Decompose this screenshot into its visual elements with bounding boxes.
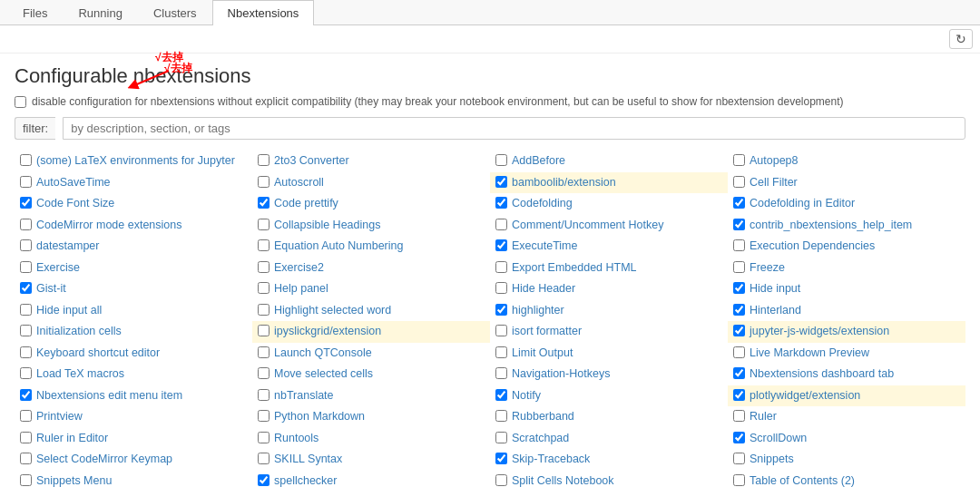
ext-checkbox[interactable] xyxy=(20,282,32,294)
list-item[interactable]: ipyslickgrid/extension xyxy=(252,321,490,343)
list-item[interactable]: Hide input all xyxy=(15,300,252,322)
ext-checkbox[interactable] xyxy=(733,282,745,294)
ext-checkbox[interactable] xyxy=(258,367,270,379)
list-item[interactable]: Live Markdown Preview xyxy=(728,343,965,365)
list-item[interactable]: Move selected cells xyxy=(252,364,490,385)
ext-checkbox[interactable] xyxy=(495,176,507,188)
list-item[interactable]: Freeze xyxy=(728,258,965,279)
ext-checkbox[interactable] xyxy=(495,325,507,336)
list-item[interactable]: Ruler in Editor xyxy=(15,428,252,450)
list-item[interactable]: Launch QTConsole xyxy=(252,343,490,365)
ext-checkbox[interactable] xyxy=(258,261,270,273)
ext-checkbox[interactable] xyxy=(733,432,745,443)
list-item[interactable]: Hinterland xyxy=(728,300,965,322)
ext-checkbox[interactable] xyxy=(258,282,270,294)
list-item[interactable]: Navigation-Hotkeys xyxy=(490,364,728,385)
ext-checkbox[interactable] xyxy=(258,239,270,251)
ext-checkbox[interactable] xyxy=(20,389,32,401)
list-item[interactable]: Code prettify xyxy=(252,193,490,215)
ext-checkbox[interactable] xyxy=(258,346,270,358)
ext-checkbox[interactable] xyxy=(733,197,745,209)
list-item[interactable]: Ruler xyxy=(728,406,965,428)
list-item[interactable]: Collapsible Headings xyxy=(252,215,490,237)
list-item[interactable]: Execution Dependencies xyxy=(728,236,965,258)
ext-checkbox[interactable] xyxy=(733,261,745,273)
ext-checkbox[interactable] xyxy=(495,410,507,422)
ext-checkbox[interactable] xyxy=(733,325,745,336)
ext-checkbox[interactable] xyxy=(20,453,32,464)
list-item[interactable]: Rubberband xyxy=(490,406,728,428)
tab-clusters[interactable]: Clusters xyxy=(138,0,212,25)
ext-checkbox[interactable] xyxy=(20,432,32,443)
list-item[interactable]: Codefolding in Editor xyxy=(728,193,965,215)
list-item[interactable]: Code Font Size xyxy=(15,193,252,215)
list-item[interactable]: Notify xyxy=(490,385,728,407)
list-item[interactable]: 2to3 Converter xyxy=(252,151,490,172)
ext-checkbox[interactable] xyxy=(495,304,507,316)
ext-checkbox[interactable] xyxy=(495,239,507,251)
ext-checkbox[interactable] xyxy=(20,346,32,358)
filter-input[interactable] xyxy=(63,117,965,140)
ext-checkbox[interactable] xyxy=(258,325,270,336)
list-item[interactable]: Nbextensions dashboard tab xyxy=(728,364,965,385)
list-item[interactable]: Nbextensions edit menu item xyxy=(15,385,252,407)
ext-checkbox[interactable] xyxy=(733,239,745,251)
list-item[interactable]: Load TeX macros xyxy=(15,364,252,385)
list-item[interactable]: jupyter-js-widgets/extension xyxy=(728,321,965,343)
list-item[interactable]: Select CodeMirror Keymap xyxy=(15,449,252,471)
tab-nbextensions[interactable]: Nbextensions xyxy=(212,0,315,25)
list-item[interactable]: ExecuteTime xyxy=(490,236,728,258)
tab-files[interactable]: Files xyxy=(7,0,63,25)
list-item[interactable]: Highlight selected word xyxy=(252,300,490,322)
ext-checkbox[interactable] xyxy=(495,453,507,464)
list-item[interactable]: AddBefore xyxy=(490,151,728,172)
ext-checkbox[interactable] xyxy=(20,176,32,188)
list-item[interactable]: spellchecker xyxy=(252,471,490,488)
list-item[interactable]: Cell Filter xyxy=(728,172,965,194)
list-item[interactable]: Codefolding xyxy=(490,193,728,215)
ext-checkbox[interactable] xyxy=(733,219,745,230)
list-item[interactable]: Hide input xyxy=(728,278,965,300)
ext-checkbox[interactable] xyxy=(495,261,507,273)
list-item[interactable]: contrib_nbextensions_help_item xyxy=(728,215,965,237)
list-item[interactable]: Autoscroll xyxy=(252,172,490,194)
ext-checkbox[interactable] xyxy=(495,432,507,443)
ext-checkbox[interactable] xyxy=(495,346,507,358)
list-item[interactable]: highlighter xyxy=(490,300,728,322)
ext-checkbox[interactable] xyxy=(20,261,32,273)
ext-checkbox[interactable] xyxy=(733,367,745,379)
ext-checkbox[interactable] xyxy=(733,176,745,188)
list-item[interactable]: Snippets Menu xyxy=(15,471,252,488)
list-item[interactable]: Runtools xyxy=(252,428,490,450)
ext-checkbox[interactable] xyxy=(733,154,745,166)
compat-checkbox[interactable] xyxy=(15,96,26,108)
list-item[interactable]: Comment/Uncomment Hotkey xyxy=(490,215,728,237)
list-item[interactable]: Export Embedded HTML xyxy=(490,258,728,279)
list-item[interactable]: Initialization cells xyxy=(15,321,252,343)
list-item[interactable]: isort formatter xyxy=(490,321,728,343)
list-item[interactable]: (some) LaTeX environments for Jupyter xyxy=(15,151,252,172)
ext-checkbox[interactable] xyxy=(733,304,745,316)
ext-checkbox[interactable] xyxy=(495,219,507,230)
ext-checkbox[interactable] xyxy=(258,474,270,486)
list-item[interactable]: nbTranslate xyxy=(252,385,490,407)
ext-checkbox[interactable] xyxy=(20,367,32,379)
list-item[interactable]: CodeMirror mode extensions xyxy=(15,215,252,237)
list-item[interactable]: bamboolib/extension xyxy=(490,172,728,194)
tab-running[interactable]: Running xyxy=(63,0,137,25)
list-item[interactable]: Snippets xyxy=(728,449,965,471)
list-item[interactable]: Hide Header xyxy=(490,278,728,300)
list-item[interactable]: Split Cells Notebook xyxy=(490,471,728,488)
ext-checkbox[interactable] xyxy=(258,219,270,230)
ext-checkbox[interactable] xyxy=(258,154,270,166)
list-item[interactable]: Table of Contents (2) xyxy=(728,471,965,488)
ext-checkbox[interactable] xyxy=(495,389,507,401)
ext-checkbox[interactable] xyxy=(20,197,32,209)
list-item[interactable]: Gist-it xyxy=(15,278,252,300)
ext-checkbox[interactable] xyxy=(258,176,270,188)
ext-checkbox[interactable] xyxy=(495,367,507,379)
list-item[interactable]: plotlywidget/extension xyxy=(728,385,965,407)
ext-checkbox[interactable] xyxy=(20,219,32,230)
list-item[interactable]: Keyboard shortcut editor xyxy=(15,343,252,365)
list-item[interactable]: SKILL Syntax xyxy=(252,449,490,471)
